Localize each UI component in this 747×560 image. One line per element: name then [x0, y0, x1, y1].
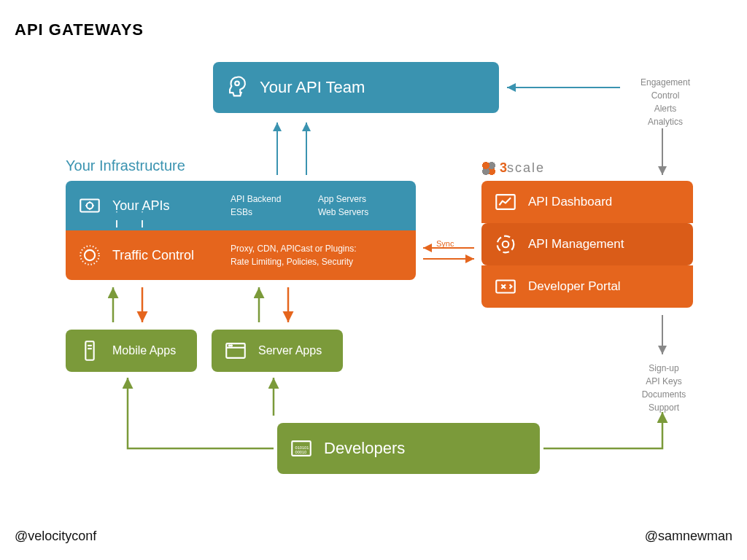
web-servers-label: Web Servers — [318, 207, 368, 217]
server-apps-box: Server Apps — [212, 330, 343, 372]
esbs-label: ESBs — [231, 207, 252, 217]
head-icon — [225, 75, 249, 100]
traffic-sub2: Rate Limiting, Policies, Security — [231, 257, 353, 267]
footer-left: @velocityconf — [15, 529, 96, 544]
tools-icon — [493, 274, 518, 299]
svg-point-2 — [87, 203, 93, 209]
annot-s3: Documents — [642, 389, 686, 400]
api-management-box: API Management — [481, 223, 693, 265]
api-team-label: Your API Team — [260, 78, 365, 97]
your-apis-label: Your APIs — [112, 198, 169, 214]
your-apis-box: Your APIs API BackendESBs App ServersWeb… — [66, 181, 416, 230]
developers-box: 01010100010 Developers — [277, 423, 540, 474]
chart-icon — [493, 190, 518, 214]
svg-point-0 — [235, 82, 239, 86]
svg-rect-5 — [85, 341, 93, 360]
developer-portal-box: Developer Portal — [481, 265, 693, 308]
globe-icon — [77, 243, 102, 268]
svg-point-17 — [503, 241, 509, 248]
annot-l3: Alerts — [654, 104, 677, 114]
annot-l1: Engagement — [640, 77, 690, 88]
annot-l4: Analytics — [648, 117, 683, 127]
annot-s4: Support — [649, 402, 679, 413]
svg-rect-1 — [80, 200, 99, 212]
svg-text:00010: 00010 — [295, 450, 307, 454]
threescale-logo: 3scale — [481, 160, 545, 176]
server-label: Server Apps — [258, 344, 322, 357]
app-servers-label: App Servers — [318, 194, 366, 204]
svg-point-11 — [231, 345, 232, 346]
phone-icon — [77, 338, 102, 363]
infra-label: Your Infrastructure — [66, 158, 185, 174]
gear-icon — [77, 193, 102, 218]
mobile-apps-box: Mobile Apps — [66, 330, 197, 372]
dots-icon — [481, 161, 496, 176]
traffic-label: Traffic Control — [112, 248, 194, 263]
api-backend-label: API Backend — [231, 194, 281, 204]
sync-label: Sync — [436, 239, 454, 248]
cycle-icon — [493, 232, 518, 257]
api-team-box: Your API Team — [213, 62, 499, 113]
svg-point-10 — [229, 345, 230, 346]
devportal-label: Developer Portal — [528, 279, 621, 294]
svg-point-16 — [498, 236, 514, 253]
apimgmt-label: API Management — [528, 237, 624, 252]
svg-point-3 — [80, 246, 99, 265]
svg-point-4 — [85, 250, 95, 260]
window-icon — [223, 338, 248, 363]
logo-scale: scale — [507, 160, 545, 175]
traffic-control-box: Traffic Control Proxy, CDN, APICast or P… — [66, 230, 416, 280]
annot-l2: Control — [651, 90, 680, 101]
annot-s2: API Keys — [646, 376, 681, 386]
api-dashboard-box: API Dashboard — [481, 181, 693, 223]
developers-label: Developers — [324, 439, 405, 458]
engagement-annotation: Engagement Control Alerts Analytics — [629, 76, 702, 128]
dashboard-label: API Dashboard — [528, 195, 612, 209]
traffic-sub1: Proxy, CDN, APICast or Plugins: — [231, 244, 357, 254]
page-title: API GATEWAYS — [15, 20, 144, 39]
mobile-label: Mobile Apps — [112, 344, 176, 357]
footer-right: @samnewman — [645, 529, 732, 544]
signup-annotation: Sign-up API Keys Documents Support — [627, 362, 700, 414]
annot-s1: Sign-up — [649, 363, 678, 373]
code-icon: 01010100010 — [289, 436, 314, 461]
logo-three: 3 — [500, 160, 507, 175]
